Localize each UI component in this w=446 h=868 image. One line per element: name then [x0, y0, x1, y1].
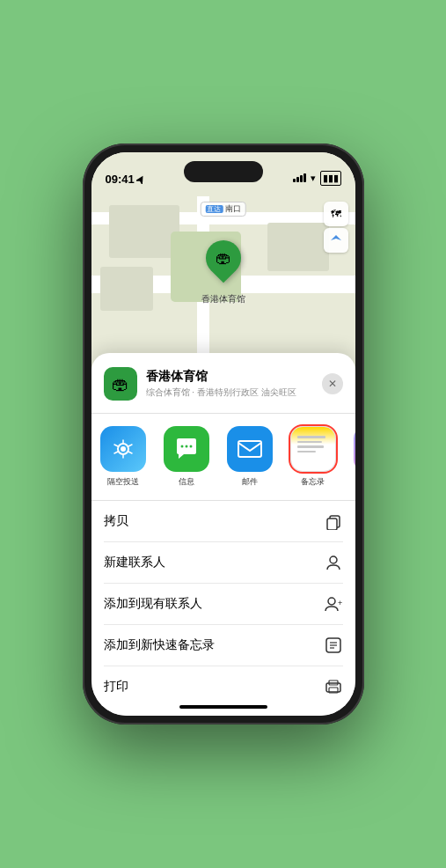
new-contact-label: 新建联系人 [104, 555, 165, 570]
svg-point-12 [330, 556, 337, 563]
map-block-1 [109, 205, 179, 258]
add-existing-icon: + [324, 594, 343, 614]
action-new-contact[interactable]: 新建联系人 [104, 542, 343, 584]
close-icon: ✕ [328, 378, 337, 390]
messages-label: 信息 [179, 476, 194, 488]
venue-icon: 🏟 [104, 367, 137, 401]
time-display: 09:41 [106, 173, 135, 186]
home-indicator [179, 705, 267, 709]
battery-icon: ▮▮▮ [320, 171, 341, 186]
location-arrow-icon [136, 175, 145, 184]
venue-pin-label: 香港体育馆 [201, 293, 245, 305]
venue-subtitle: 综合体育馆 · 香港特别行政区 油尖旺区 [146, 386, 313, 399]
location-header: 🏟 香港体育馆 综合体育馆 · 香港特别行政区 油尖旺区 ✕ [91, 367, 355, 414]
share-item-more[interactable]: 更多 [345, 426, 355, 488]
wifi-icon: ▾ [311, 173, 316, 184]
mail-icon-wrap [227, 426, 273, 472]
messages-icon [173, 437, 200, 461]
venue-name: 香港体育馆 [146, 369, 313, 385]
map-type-button[interactable]: 🗺 [324, 202, 348, 226]
share-row: 隔空投送 信息 [91, 414, 355, 501]
status-time: 09:41 [106, 173, 145, 186]
mail-icon [237, 438, 263, 460]
action-copy[interactable]: 拷贝 [104, 501, 343, 542]
copy-icon [324, 511, 343, 531]
map-block-2 [100, 267, 153, 311]
phone-screen: 09:41 ▾ ▮▮▮ [91, 152, 355, 716]
dynamic-island [184, 161, 263, 182]
svg-rect-11 [327, 519, 337, 530]
airdrop-icon [111, 437, 135, 461]
svg-point-2 [180, 445, 183, 448]
airdrop-icon-wrap [100, 426, 146, 472]
action-add-existing[interactable]: 添加到现有联系人 + [104, 584, 343, 625]
action-print[interactable]: 打印 [104, 666, 343, 700]
airdrop-label: 隔空投送 [107, 476, 139, 488]
svg-point-4 [189, 445, 192, 448]
notes-icon-wrap [290, 426, 336, 472]
phone-frame: 09:41 ▾ ▮▮▮ [83, 143, 364, 725]
svg-point-3 [185, 445, 187, 448]
location-button[interactable] [324, 228, 348, 253]
share-item-notes[interactable]: 备忘录 [281, 426, 345, 488]
stadium-emoji: 🏟 [216, 250, 231, 266]
notes-lines [291, 427, 335, 459]
bottom-sheet: 🏟 香港体育馆 综合体育馆 · 香港特别行政区 油尖旺区 ✕ [91, 353, 355, 716]
add-notes-label: 添加到新快速备忘录 [104, 637, 215, 653]
svg-point-13 [328, 598, 335, 605]
share-item-airdrop[interactable]: 隔空投送 [91, 426, 155, 488]
svg-rect-5 [238, 441, 261, 457]
location-arrow-map-icon [330, 234, 342, 246]
entrance-text: 南口 [225, 204, 241, 213]
svg-point-1 [121, 446, 126, 452]
stadium-pin: 🏟 香港体育馆 [201, 240, 245, 305]
share-item-messages[interactable]: 信息 [155, 426, 218, 488]
map-block-3 [267, 223, 329, 271]
print-label: 打印 [104, 679, 128, 695]
new-contact-icon [324, 553, 343, 572]
mail-label: 邮件 [242, 476, 258, 488]
map-entrance-label: 直达 南口 [200, 202, 246, 217]
map-type-icon: 🗺 [331, 208, 341, 220]
map-controls: 🗺 [324, 202, 348, 253]
action-add-notes[interactable]: 添加到新快速备忘录 [104, 625, 343, 666]
add-existing-label: 添加到现有联系人 [104, 596, 202, 612]
location-info: 香港体育馆 综合体育馆 · 香港特别行政区 油尖旺区 [146, 369, 313, 399]
share-item-mail[interactable]: 邮件 [218, 426, 281, 488]
action-list: 拷贝 新建联系人 [91, 501, 355, 700]
copy-label: 拷贝 [104, 513, 128, 529]
messages-icon-wrap [164, 426, 209, 472]
notes-label: 备忘录 [301, 476, 325, 488]
signal-bars [293, 173, 306, 182]
more-icon-wrap [354, 426, 355, 472]
close-button[interactable]: ✕ [322, 373, 343, 394]
status-icons: ▾ ▮▮▮ [293, 171, 341, 186]
print-icon [324, 677, 343, 696]
svg-text:+: + [338, 599, 342, 607]
add-notes-icon [324, 636, 343, 655]
